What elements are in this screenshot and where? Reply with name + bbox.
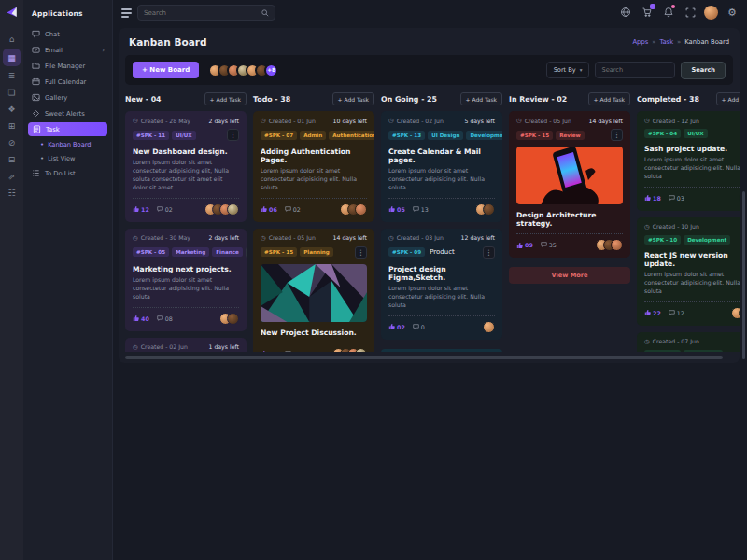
fullscreen-icon[interactable] bbox=[683, 5, 698, 20]
globe-icon[interactable] bbox=[618, 5, 633, 20]
comments[interactable]: 02 bbox=[157, 206, 173, 213]
task-card[interactable]: ◷Created - 05 Jun14 days left #SPK - 15 … bbox=[253, 229, 374, 352]
chart-icon[interactable]: ⇗ bbox=[3, 169, 21, 184]
card-menu-button[interactable]: ⋮ bbox=[483, 246, 495, 259]
add-task-button[interactable]: + Add Task bbox=[332, 92, 374, 105]
card-title: New Project Discussion. bbox=[261, 329, 367, 337]
card-image-polygon-art bbox=[261, 264, 367, 322]
card-body: Lorem ipsum dolor sit amet consectetur a… bbox=[388, 167, 495, 192]
ban-icon[interactable]: ⊘ bbox=[3, 135, 21, 150]
comments[interactable]: 35 bbox=[541, 242, 557, 248]
thumbs-up-icon bbox=[516, 242, 523, 249]
task-card[interactable]: ◷Created - 12 Jun✓ #SPK - 04 UI/UX Sash … bbox=[637, 111, 740, 211]
board-search-input[interactable] bbox=[601, 66, 669, 74]
menu-toggle-icon[interactable] bbox=[121, 8, 132, 20]
task-card[interactable]: ◷Created - 30 May2 days left #SPK - 05 M… bbox=[125, 229, 247, 331]
layers-icon[interactable]: ≣ bbox=[3, 68, 21, 83]
tag: UI/UX bbox=[684, 129, 708, 138]
cart-icon[interactable] bbox=[640, 5, 655, 20]
task-card[interactable]: ◷Created - 10 Jun✓ #SPK - 10 Development… bbox=[637, 217, 740, 326]
sidebar-item-file-manager[interactable]: File Manager bbox=[23, 58, 112, 74]
sort-by-dropdown[interactable]: Sort By ▾ bbox=[546, 62, 590, 78]
board-search-button[interactable]: Search bbox=[681, 62, 726, 79]
likes[interactable]: 22 bbox=[644, 309, 661, 316]
sidebar-item-to-do-list[interactable]: To Do List bbox=[23, 165, 112, 181]
likes-count: 05 bbox=[397, 206, 405, 213]
sidebar-item-sweet-alerts[interactable]: Sweet Alerts bbox=[23, 105, 112, 121]
table-icon[interactable]: ☷ bbox=[3, 186, 21, 201]
pages-icon[interactable]: ❏ bbox=[3, 85, 21, 100]
card-menu-button[interactable]: ⋮ bbox=[227, 129, 239, 141]
home-icon[interactable]: ⌂ bbox=[3, 32, 21, 47]
comments[interactable]: 08 bbox=[157, 315, 173, 322]
add-task-button[interactable]: + Add Task bbox=[460, 92, 502, 105]
likes[interactable]: 05 bbox=[388, 205, 405, 213]
likes[interactable]: 02 bbox=[388, 323, 405, 330]
card-menu-button[interactable]: ⋮ bbox=[355, 246, 367, 259]
sidebar-item-label: Gallery bbox=[45, 94, 67, 102]
bell-icon[interactable] bbox=[661, 5, 676, 20]
task-card[interactable]: ◷Created - 01 Jun10 days left #SPK - 07 … bbox=[253, 111, 374, 222]
sidebar-item-full-calendar[interactable]: Full Calendar bbox=[23, 74, 112, 90]
task-card-truncated[interactable]: ◷Created - 02 Jun1 days left #SPK - 08 D… bbox=[125, 338, 247, 352]
gift-icon[interactable]: ⊞ bbox=[3, 119, 21, 133]
likes[interactable]: 18 bbox=[644, 194, 661, 202]
likes[interactable]: 09 bbox=[516, 242, 533, 249]
profile-avatar[interactable] bbox=[704, 6, 718, 20]
task-card[interactable]: ◷Created - 05 Jun14 days left #SPK - 15 … bbox=[509, 111, 630, 258]
sidebar-subitem-kanban-board[interactable]: • Kanban Board bbox=[23, 137, 112, 151]
breadcrumb-apps[interactable]: Apps bbox=[632, 38, 648, 46]
created-label: Created - 10 Jun bbox=[653, 223, 699, 230]
task-card[interactable]: ◷Created - 02 Jun5 days left #SPK - 13 U… bbox=[381, 111, 502, 222]
comments[interactable]: 03 bbox=[669, 195, 684, 202]
sidebar-item-label: Sweet Alerts bbox=[45, 110, 85, 118]
add-task-button[interactable]: + Add Task bbox=[588, 92, 630, 105]
comment-icon bbox=[157, 206, 163, 213]
task-icon bbox=[33, 125, 41, 133]
task-card[interactable]: ◷Created - 28 May2 days left #SPK - 11 U… bbox=[125, 111, 247, 222]
sidebar-item-task[interactable]: Task bbox=[28, 122, 107, 136]
breadcrumb-task[interactable]: Task bbox=[659, 38, 673, 46]
sidebar-item-email[interactable]: Email › bbox=[23, 42, 112, 58]
gear-icon[interactable]: ⚙ bbox=[725, 5, 740, 20]
due-label: 14 days left bbox=[589, 118, 623, 124]
global-search-input[interactable] bbox=[144, 9, 261, 17]
more-members-badge[interactable]: +8 bbox=[264, 63, 278, 77]
new-board-button[interactable]: + New Board bbox=[133, 62, 199, 78]
vertical-scrollbar[interactable] bbox=[742, 191, 745, 359]
comments[interactable]: 06 bbox=[285, 351, 301, 352]
task-card[interactable]: ◷Created - 03 Jun12 days left #SPK - 09 … bbox=[381, 229, 502, 340]
likes[interactable]: 06 bbox=[261, 205, 277, 213]
clock-icon: ◷ bbox=[644, 223, 650, 231]
likes[interactable]: 17 bbox=[261, 350, 277, 352]
view-more-button[interactable]: View More bbox=[509, 267, 630, 284]
archive-icon[interactable]: ⊟ bbox=[3, 152, 21, 167]
tag: #SPK - 11 bbox=[133, 131, 169, 140]
likes[interactable]: 12 bbox=[133, 205, 149, 213]
view-more-button[interactable]: View More bbox=[381, 349, 502, 352]
tag: Finance bbox=[212, 247, 243, 257]
comments[interactable]: 12 bbox=[669, 310, 684, 316]
app-logo-icon[interactable] bbox=[5, 6, 20, 21]
add-task-button[interactable]: + Add Task bbox=[204, 92, 247, 105]
card-body: Lorem ipsum dolor sit amet consectetur a… bbox=[133, 276, 239, 301]
likes[interactable]: 40 bbox=[133, 315, 149, 322]
sidebar-item-chat[interactable]: Chat bbox=[23, 26, 112, 42]
tag-suffix-label: Product bbox=[430, 248, 455, 256]
comments[interactable]: 0 bbox=[413, 324, 425, 330]
comments[interactable]: 02 bbox=[285, 206, 301, 213]
card-menu-button[interactable]: ⋮ bbox=[246, 246, 247, 259]
add-task-button[interactable]: + Add Task bbox=[716, 92, 740, 105]
card-menu-button[interactable]: ⋮ bbox=[611, 129, 623, 141]
chevron-down-icon: ▾ bbox=[580, 67, 583, 73]
avatar-stack bbox=[483, 321, 495, 333]
horizontal-scrollbar[interactable] bbox=[125, 356, 723, 359]
apps-icon[interactable]: ▦ bbox=[3, 49, 21, 66]
sidebar-item-gallery[interactable]: Gallery bbox=[23, 90, 112, 105]
comments[interactable]: 13 bbox=[413, 206, 429, 213]
thumbs-up-icon bbox=[261, 205, 267, 213]
task-card-truncated[interactable]: ◷Created - 07 Jun✓ #SPK - 16 Discussion bbox=[637, 332, 740, 352]
sidebar-item-label: Email bbox=[45, 47, 63, 54]
alerts-icon[interactable]: ❖ bbox=[3, 102, 21, 117]
sidebar-subitem-list-view[interactable]: • List View bbox=[23, 151, 112, 165]
